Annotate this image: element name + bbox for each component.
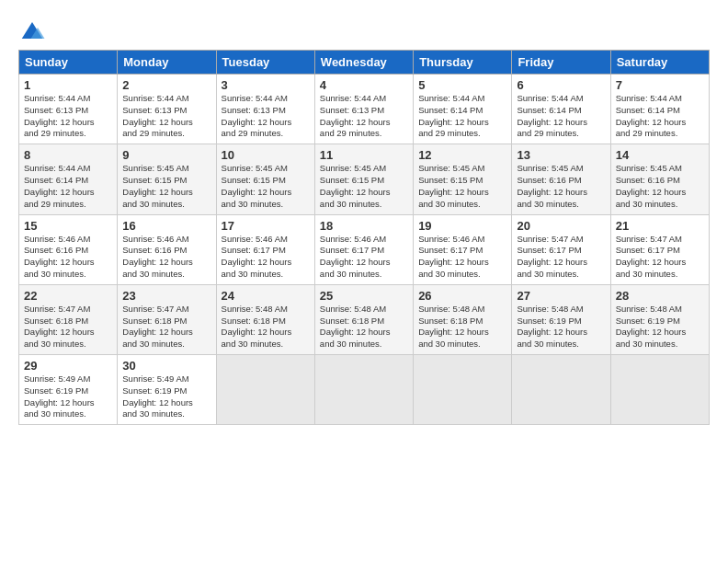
calendar-day: 23 Sunrise: 5:47 AMSunset: 6:18 PMDaylig… — [118, 284, 216, 354]
day-info: Sunrise: 5:44 AMSunset: 6:14 PMDaylight:… — [517, 93, 587, 138]
day-number: 25 — [320, 289, 408, 303]
calendar-day: 9 Sunrise: 5:45 AMSunset: 6:15 PMDayligh… — [118, 144, 216, 214]
header-day: Wednesday — [314, 51, 413, 75]
calendar-day: 4 Sunrise: 5:44 AMSunset: 6:13 PMDayligh… — [314, 75, 413, 144]
calendar-table: SundayMondayTuesdayWednesdayThursdayFrid… — [18, 50, 710, 425]
calendar-day: 21 Sunrise: 5:47 AMSunset: 6:17 PMDaylig… — [610, 214, 709, 284]
day-number: 3 — [222, 78, 310, 92]
day-info: Sunrise: 5:44 AMSunset: 6:14 PMDaylight:… — [24, 163, 95, 208]
day-number: 21 — [616, 219, 704, 233]
day-info: Sunrise: 5:44 AMSunset: 6:13 PMDaylight:… — [222, 93, 292, 138]
day-number: 4 — [320, 78, 408, 92]
day-info: Sunrise: 5:48 AMSunset: 6:19 PMDaylight:… — [517, 304, 587, 349]
day-number: 7 — [616, 78, 704, 92]
header-row: SundayMondayTuesdayWednesdayThursdayFrid… — [19, 51, 710, 75]
day-number: 15 — [24, 219, 112, 233]
day-number: 23 — [122, 289, 210, 303]
day-number: 30 — [122, 359, 210, 373]
day-info: Sunrise: 5:45 AMSunset: 6:16 PMDaylight:… — [616, 163, 687, 208]
day-number: 16 — [122, 219, 210, 233]
calendar-body: 1 Sunrise: 5:44 AMSunset: 6:13 PMDayligh… — [19, 75, 710, 425]
day-info: Sunrise: 5:44 AMSunset: 6:14 PMDaylight:… — [418, 93, 489, 138]
day-info: Sunrise: 5:47 AMSunset: 6:17 PMDaylight:… — [616, 234, 687, 279]
calendar-day — [414, 355, 512, 425]
calendar-day: 10 Sunrise: 5:45 AMSunset: 6:15 PMDaylig… — [216, 144, 314, 214]
calendar-day: 18 Sunrise: 5:46 AMSunset: 6:17 PMDaylig… — [314, 214, 413, 284]
calendar-day: 24 Sunrise: 5:48 AMSunset: 6:18 PMDaylig… — [216, 284, 314, 354]
day-info: Sunrise: 5:46 AMSunset: 6:16 PMDaylight:… — [24, 234, 95, 279]
calendar-day: 19 Sunrise: 5:46 AMSunset: 6:17 PMDaylig… — [414, 214, 512, 284]
calendar-week: 15 Sunrise: 5:46 AMSunset: 6:16 PMDaylig… — [19, 214, 710, 284]
day-info: Sunrise: 5:44 AMSunset: 6:14 PMDaylight:… — [616, 93, 687, 138]
day-info: Sunrise: 5:46 AMSunset: 6:16 PMDaylight:… — [122, 234, 193, 279]
header-day: Tuesday — [216, 51, 314, 75]
day-number: 14 — [616, 148, 704, 162]
day-number: 20 — [517, 219, 605, 233]
header — [18, 17, 710, 44]
day-info: Sunrise: 5:48 AMSunset: 6:18 PMDaylight:… — [320, 304, 391, 349]
calendar-day: 28 Sunrise: 5:48 AMSunset: 6:19 PMDaylig… — [610, 284, 709, 354]
day-number: 6 — [517, 78, 605, 92]
calendar-day: 1 Sunrise: 5:44 AMSunset: 6:13 PMDayligh… — [19, 75, 118, 144]
day-info: Sunrise: 5:44 AMSunset: 6:13 PMDaylight:… — [122, 93, 193, 138]
day-info: Sunrise: 5:47 AMSunset: 6:17 PMDaylight:… — [517, 234, 587, 279]
day-info: Sunrise: 5:45 AMSunset: 6:15 PMDaylight:… — [222, 163, 292, 208]
calendar-day: 25 Sunrise: 5:48 AMSunset: 6:18 PMDaylig… — [314, 284, 413, 354]
calendar-day: 14 Sunrise: 5:45 AMSunset: 6:16 PMDaylig… — [610, 144, 709, 214]
day-info: Sunrise: 5:44 AMSunset: 6:13 PMDaylight:… — [320, 93, 391, 138]
calendar-day: 13 Sunrise: 5:45 AMSunset: 6:16 PMDaylig… — [512, 144, 610, 214]
calendar-week: 8 Sunrise: 5:44 AMSunset: 6:14 PMDayligh… — [19, 144, 710, 214]
calendar-day: 15 Sunrise: 5:46 AMSunset: 6:16 PMDaylig… — [19, 214, 118, 284]
day-number: 19 — [418, 219, 506, 233]
calendar-day: 12 Sunrise: 5:45 AMSunset: 6:15 PMDaylig… — [414, 144, 512, 214]
calendar-day: 27 Sunrise: 5:48 AMSunset: 6:19 PMDaylig… — [512, 284, 610, 354]
calendar-day: 2 Sunrise: 5:44 AMSunset: 6:13 PMDayligh… — [118, 75, 216, 144]
calendar-day: 3 Sunrise: 5:44 AMSunset: 6:13 PMDayligh… — [216, 75, 314, 144]
calendar-week: 29 Sunrise: 5:49 AMSunset: 6:19 PMDaylig… — [19, 355, 710, 425]
day-info: Sunrise: 5:47 AMSunset: 6:18 PMDaylight:… — [24, 304, 95, 349]
header-day: Saturday — [610, 51, 709, 75]
day-number: 26 — [418, 289, 506, 303]
header-day: Sunday — [19, 51, 118, 75]
day-number: 10 — [222, 148, 310, 162]
calendar-day: 20 Sunrise: 5:47 AMSunset: 6:17 PMDaylig… — [512, 214, 610, 284]
header-day: Monday — [118, 51, 216, 75]
day-info: Sunrise: 5:48 AMSunset: 6:19 PMDaylight:… — [616, 304, 687, 349]
day-info: Sunrise: 5:45 AMSunset: 6:15 PMDaylight:… — [418, 163, 489, 208]
day-number: 22 — [24, 289, 112, 303]
day-info: Sunrise: 5:49 AMSunset: 6:19 PMDaylight:… — [122, 373, 193, 419]
calendar-week: 1 Sunrise: 5:44 AMSunset: 6:13 PMDayligh… — [19, 75, 710, 144]
calendar-day: 7 Sunrise: 5:44 AMSunset: 6:14 PMDayligh… — [610, 75, 709, 144]
day-number: 28 — [616, 289, 704, 303]
calendar-week: 22 Sunrise: 5:47 AMSunset: 6:18 PMDaylig… — [19, 284, 710, 354]
day-number: 13 — [517, 148, 605, 162]
day-info: Sunrise: 5:45 AMSunset: 6:15 PMDaylight:… — [320, 163, 391, 208]
calendar-day — [610, 355, 709, 425]
header-day: Thursday — [414, 51, 512, 75]
day-number: 18 — [320, 219, 408, 233]
day-number: 27 — [517, 289, 605, 303]
day-info: Sunrise: 5:46 AMSunset: 6:17 PMDaylight:… — [320, 234, 391, 279]
day-number: 8 — [24, 148, 112, 162]
page: SundayMondayTuesdayWednesdayThursdayFrid… — [0, 0, 728, 563]
day-info: Sunrise: 5:45 AMSunset: 6:16 PMDaylight:… — [517, 163, 587, 208]
calendar-day: 22 Sunrise: 5:47 AMSunset: 6:18 PMDaylig… — [19, 284, 118, 354]
calendar-day: 30 Sunrise: 5:49 AMSunset: 6:19 PMDaylig… — [118, 355, 216, 425]
day-number: 2 — [122, 78, 210, 92]
day-number: 17 — [222, 219, 310, 233]
day-info: Sunrise: 5:44 AMSunset: 6:13 PMDaylight:… — [24, 93, 95, 138]
day-number: 5 — [418, 78, 506, 92]
day-info: Sunrise: 5:48 AMSunset: 6:18 PMDaylight:… — [222, 304, 292, 349]
calendar-day: 29 Sunrise: 5:49 AMSunset: 6:19 PMDaylig… — [19, 355, 118, 425]
calendar-day: 11 Sunrise: 5:45 AMSunset: 6:15 PMDaylig… — [314, 144, 413, 214]
calendar-day: 16 Sunrise: 5:46 AMSunset: 6:16 PMDaylig… — [118, 214, 216, 284]
calendar-day — [314, 355, 413, 425]
calendar-day: 17 Sunrise: 5:46 AMSunset: 6:17 PMDaylig… — [216, 214, 314, 284]
day-info: Sunrise: 5:47 AMSunset: 6:18 PMDaylight:… — [122, 304, 193, 349]
day-number: 11 — [320, 148, 408, 162]
logo — [18, 17, 50, 44]
day-info: Sunrise: 5:49 AMSunset: 6:19 PMDaylight:… — [24, 373, 95, 419]
calendar-day — [216, 355, 314, 425]
calendar-day: 5 Sunrise: 5:44 AMSunset: 6:14 PMDayligh… — [414, 75, 512, 144]
day-number: 1 — [24, 78, 112, 92]
